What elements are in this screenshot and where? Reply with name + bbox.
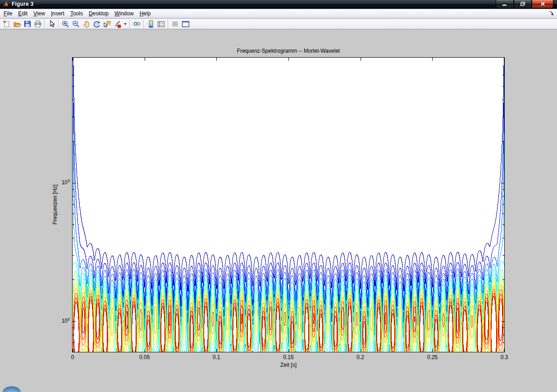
brush-icon — [114, 20, 121, 28]
insert-legend-icon — [157, 21, 165, 27]
y-tick-label-10e3: 103 — [46, 178, 70, 186]
x-tick-label-0.1: 0.1 — [203, 354, 230, 360]
menu-bar: FileEditViewInsertToolsDesktopWindowHelp — [0, 9, 557, 18]
figure-canvas-area: Frequenz-Spektrogramm -- Morlet-Wavelet … — [0, 30, 557, 392]
x-tick-label-0.15: 0.15 — [275, 354, 302, 360]
data-cursor-icon — [103, 20, 111, 28]
toolbar-separator — [143, 20, 144, 28]
start-orb[interactable] — [3, 386, 21, 392]
window-title: Figure 3 — [12, 1, 33, 7]
print-figure-icon — [34, 20, 42, 27]
toolbar-separator — [44, 20, 45, 28]
insert-colorbar-button[interactable] — [146, 19, 156, 29]
y-tick-label-10e2: 102 — [46, 317, 70, 324]
data-cursor-button[interactable] — [102, 19, 112, 29]
x-tick-label-0.05: 0.05 — [131, 354, 158, 360]
zoom-out-icon — [72, 20, 80, 28]
menu-item-edit[interactable]: Edit — [16, 9, 31, 18]
link-plots-icon — [133, 21, 141, 27]
x-tick-label-0.25: 0.25 — [419, 354, 446, 360]
menu-item-desktop[interactable]: Desktop — [87, 9, 112, 18]
close-button[interactable] — [532, 0, 553, 8]
x-tick-label-0: 0 — [59, 354, 86, 360]
minimize-button[interactable] — [496, 0, 514, 8]
rotate-3d-icon — [93, 20, 100, 28]
window-controls — [496, 0, 553, 8]
show-plot-tools-button[interactable] — [180, 19, 191, 29]
hide-plot-tools-icon — [172, 21, 178, 27]
figure-toolbar — [0, 19, 557, 29]
toolbar-separator — [58, 20, 59, 28]
new-file-button[interactable] — [1, 19, 12, 29]
dock-figure-icon[interactable] — [549, 11, 554, 16]
insert-colorbar-icon — [148, 20, 154, 28]
new-file-icon — [3, 20, 10, 28]
minimize-icon — [502, 2, 507, 6]
open-file-button[interactable] — [12, 19, 22, 29]
pan-hand-button[interactable] — [81, 19, 91, 29]
cursor-arrow-button[interactable] — [46, 19, 57, 29]
zoom-out-button[interactable] — [71, 19, 81, 29]
plot-title: Frequenz-Spektrogramm -- Morlet-Wavelet — [73, 48, 504, 54]
zoom-in-icon — [62, 20, 69, 28]
menu-item-view[interactable]: View — [31, 9, 49, 18]
desktop: { "window": { "title": "Figure 3" }, "me… — [0, 0, 557, 392]
contour-plot[interactable] — [73, 58, 504, 352]
restore-icon — [520, 1, 525, 6]
matlab-logo-icon — [2, 1, 9, 8]
close-icon — [540, 1, 545, 6]
cursor-arrow-icon — [49, 20, 55, 27]
axes-box — [72, 57, 505, 352]
x-axis-label: Zeit [s] — [73, 362, 504, 368]
insert-legend-button[interactable] — [156, 19, 166, 29]
title-bar[interactable]: Figure 3 — [0, 0, 557, 9]
menu-item-help[interactable]: Help — [137, 9, 155, 18]
link-plots-button[interactable] — [132, 19, 142, 29]
print-figure-button[interactable] — [32, 19, 43, 29]
brush-dropdown[interactable] — [123, 19, 128, 29]
menu-item-tools[interactable]: Tools — [68, 9, 87, 18]
y-axis-label: Frequenzen [Hz] — [52, 131, 58, 278]
pan-hand-icon — [83, 20, 90, 28]
show-plot-tools-icon — [182, 21, 190, 27]
brush-dropdown-icon — [123, 22, 127, 26]
open-file-icon — [13, 20, 21, 28]
save-figure-button[interactable] — [22, 19, 32, 29]
rotate-3d-button[interactable] — [91, 19, 102, 29]
toolbar-separator — [129, 20, 130, 28]
restore-button[interactable] — [514, 0, 532, 8]
hide-plot-tools-button — [170, 19, 180, 29]
menu-item-window[interactable]: Window — [112, 9, 137, 18]
x-tick-label-0.3: 0.3 — [491, 354, 518, 360]
menu-item-file[interactable]: File — [1, 9, 16, 18]
zoom-in-button[interactable] — [60, 19, 71, 29]
brush-button[interactable] — [112, 19, 123, 29]
save-figure-icon — [24, 20, 31, 27]
toolbar-separator — [168, 20, 169, 28]
menu-item-insert[interactable]: Insert — [49, 9, 68, 18]
x-tick-label-0.2: 0.2 — [347, 354, 374, 360]
